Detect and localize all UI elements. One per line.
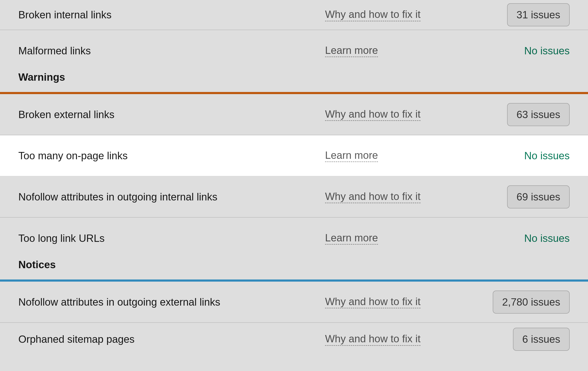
learn-more-link[interactable]: Learn more	[325, 232, 378, 245]
no-issues-text: No issues	[524, 233, 570, 244]
issues-button[interactable]: 6 issues	[513, 328, 570, 351]
table-row: Broken external links Why and how to fix…	[0, 94, 588, 135]
no-issues-text: No issues	[524, 150, 570, 162]
row-content: Malformed links Learn more No issues	[18, 30, 570, 71]
no-issues-text: No issues	[524, 45, 570, 57]
row-content: Too long link URLs Learn more No issues	[18, 218, 570, 259]
issues-list: Broken internal links Why and how to fix…	[0, 0, 588, 356]
table-row: Nofollow attributes in outgoing internal…	[0, 176, 588, 218]
row-right: 31 issues	[507, 3, 570, 26]
why-fix-link[interactable]: Why and how to fix it	[325, 108, 420, 121]
row-label-too-long-urls: Too long link URLs	[18, 233, 188, 244]
row-label-nofollow-internal: Nofollow attributes in outgoing internal…	[18, 191, 217, 203]
row-right: No issues	[524, 150, 570, 162]
row-label-nofollow-external: Nofollow attributes in outgoing external…	[18, 296, 220, 308]
row-label-broken-internal: Broken internal links	[18, 9, 188, 21]
warnings-divider	[0, 92, 588, 94]
issues-button[interactable]: 69 issues	[507, 185, 570, 208]
issues-button[interactable]: 63 issues	[507, 103, 570, 126]
row-label-broken-external: Broken external links	[18, 109, 188, 120]
why-fix-link[interactable]: Why and how to fix it	[325, 333, 420, 346]
link-wrap: Why and how to fix it	[325, 108, 420, 121]
row-right: No issues	[524, 45, 570, 57]
table-row: Too long link URLs Learn more No issues …	[0, 218, 588, 279]
notices-divider	[0, 279, 588, 282]
table-row-highlighted: Too many on-page links Learn more No iss…	[0, 135, 588, 176]
link-wrap: Learn more	[325, 44, 378, 57]
link-wrap: Why and how to fix it	[325, 190, 420, 203]
issues-button[interactable]: 2,780 issues	[493, 291, 570, 314]
why-fix-link[interactable]: Why and how to fix it	[325, 190, 420, 203]
row-right: 6 issues	[513, 328, 570, 351]
link-wrap: Learn more	[325, 232, 378, 245]
row-label-too-many-onpage: Too many on-page links	[18, 150, 188, 162]
link-wrap: Why and how to fix it	[325, 8, 420, 21]
table-row: Nofollow attributes in outgoing external…	[0, 282, 588, 323]
why-fix-link[interactable]: Why and how to fix it	[325, 296, 420, 309]
warnings-header: Warnings	[18, 71, 65, 92]
table-row: Broken internal links Why and how to fix…	[0, 0, 588, 30]
issues-button[interactable]: 31 issues	[507, 3, 570, 26]
row-right: 69 issues	[507, 185, 570, 208]
why-fix-link[interactable]: Why and how to fix it	[325, 8, 420, 21]
table-row: Orphaned sitemap pages Why and how to fi…	[0, 323, 588, 356]
table-row: Malformed links Learn more No issues War…	[0, 30, 588, 92]
link-wrap: Learn more	[325, 149, 378, 162]
row-label-orphaned-sitemap: Orphaned sitemap pages	[18, 333, 188, 345]
row-right: No issues	[524, 233, 570, 244]
learn-more-link[interactable]: Learn more	[325, 44, 378, 57]
link-wrap: Why and how to fix it	[325, 296, 420, 309]
link-wrap: Why and how to fix it	[325, 333, 420, 346]
row-label-malformed: Malformed links	[18, 45, 188, 57]
learn-more-link[interactable]: Learn more	[325, 149, 378, 162]
row-right: 2,780 issues	[493, 291, 570, 314]
row-right: 63 issues	[507, 103, 570, 126]
notices-header: Notices	[18, 259, 56, 279]
